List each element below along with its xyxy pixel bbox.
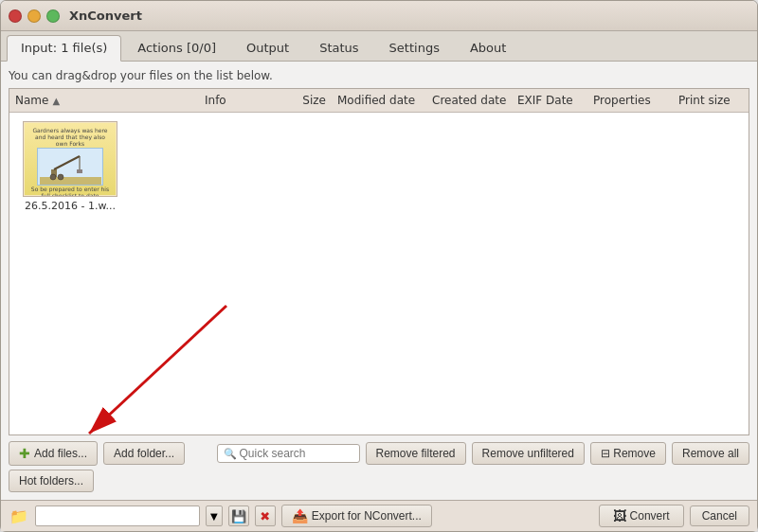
bottom-toolbar-row2: Hot folders... [9,470,749,492]
col-header-info[interactable]: Info [199,92,275,109]
search-icon: 🔍 [224,448,237,460]
col-header-exif[interactable]: EXIF Date [512,92,587,109]
col-header-size[interactable]: Size [275,92,332,109]
path-dropdown-button[interactable]: ▼ [206,505,223,526]
col-header-name[interactable]: Name ▲ [9,92,199,109]
bottom-toolbar-row1: ✚ Add files... Add folder... 🔍 Remove fi… [9,441,749,466]
svg-point-6 [58,174,63,180]
tabs-bar: Input: 1 file(s) Actions [0/0] Output St… [1,31,757,62]
tab-about[interactable]: About [456,35,520,61]
window-controls [9,9,60,23]
add-files-button[interactable]: ✚ Add files... [9,441,98,466]
file-name-label: 26.5.2016 - 1.w... [25,200,116,212]
hot-folders-button[interactable]: Hot folders... [9,470,94,492]
export-icon: 📤 [292,508,308,523]
list-item[interactable]: Gardners always was here and heard that … [13,116,127,217]
col-header-printsize[interactable]: Print size [673,92,739,109]
remove-filtered-button[interactable]: Remove filtered [366,442,466,465]
sort-arrow-icon: ▲ [52,96,60,106]
titlebar: XnConvert [1,1,757,31]
svg-rect-7 [77,169,82,173]
thumb-image-area [37,148,103,186]
delete-path-button[interactable]: ✖ [255,505,276,526]
folder-icon-button[interactable]: 📁 [9,505,29,526]
window-title: XnConvert [69,9,142,23]
search-input[interactable] [240,447,353,460]
tab-status[interactable]: Status [305,35,372,61]
tab-settings[interactable]: Settings [375,35,454,61]
col-header-created[interactable]: Created date [426,92,512,109]
table-header: Name ▲ Info Size Modified date Created d… [9,89,749,113]
drag-hint: You can drag&drop your files on the list… [9,69,749,82]
file-list: Gardners always was here and heard that … [9,113,749,434]
remove-unfiltered-button[interactable]: Remove unfiltered [472,442,585,465]
maximize-button[interactable] [46,9,60,23]
close-button[interactable] [9,9,22,23]
minimize-button[interactable] [27,9,41,23]
list-area: Name ▲ Info Size Modified date Created d… [9,88,749,435]
save-icon: 💾 [231,509,246,523]
tab-input[interactable]: Input: 1 file(s) [7,35,121,62]
add-folder-button[interactable]: Add folder... [103,442,185,465]
file-table: Name ▲ Info Size Modified date Created d… [9,88,749,435]
tab-output[interactable]: Output [232,35,303,61]
col-header-properties[interactable]: Properties [587,92,673,109]
main-window: XnConvert Input: 1 file(s) Actions [0/0]… [0,0,758,532]
path-input[interactable] [35,505,200,526]
svg-point-5 [50,174,56,180]
convert-icon: 🖼 [613,508,626,523]
export-button[interactable]: 📤 Export for NConvert... [281,505,432,527]
statusbar: 📁 ▼ 💾 ✖ 📤 Export for NConvert... 🖼 Conve… [1,500,757,531]
main-content: You can drag&drop your files on the list… [1,62,757,500]
svg-rect-1 [40,177,101,185]
remove-all-button[interactable]: Remove all [672,442,749,465]
folder-icon: 📁 [9,507,28,525]
cancel-button[interactable]: Cancel [690,505,749,526]
convert-button[interactable]: 🖼 Convert [599,505,684,527]
file-thumbnail: Gardners always was here and heard that … [23,121,117,197]
tab-actions[interactable]: Actions [0/0] [123,35,230,61]
thumb-text-top: Gardners always was here and heard that … [28,127,112,148]
thumb-text-bottom: So be prepared to enter his full checkli… [28,186,112,197]
chevron-down-icon: ▼ [210,511,218,522]
save-path-button[interactable]: 💾 [228,505,249,526]
thumb-content: Gardners always was here and heard that … [25,123,116,195]
add-icon: ✚ [19,446,30,461]
delete-icon: ✖ [260,509,270,523]
remove-button[interactable]: ⊟ Remove [590,442,666,465]
search-box: 🔍 [217,444,360,463]
col-header-modified[interactable]: Modified date [332,92,426,109]
